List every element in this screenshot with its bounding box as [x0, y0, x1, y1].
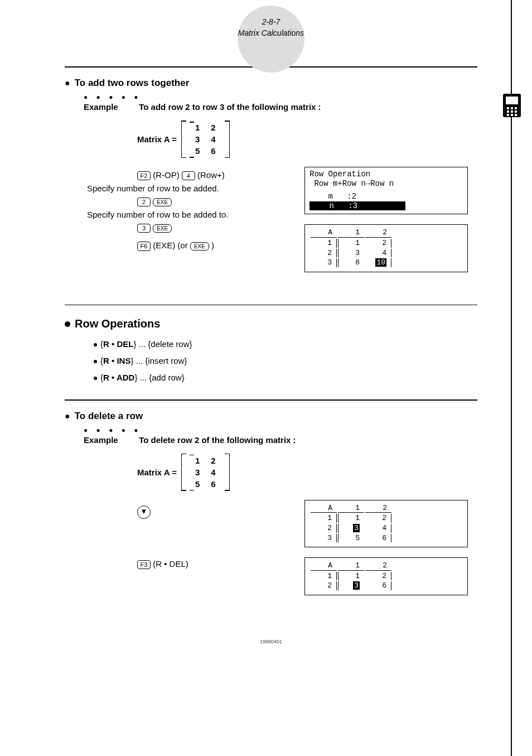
lcd-matrix-after: A12 112 236: [304, 557, 468, 595]
decorative-dots: ● ● ● ● ●: [84, 426, 477, 434]
down-arrow-key: ▼: [137, 505, 151, 519]
lcd-matrix-before: A12 112 234 356: [304, 500, 468, 547]
row-operations-title: Row Operations: [65, 317, 477, 330]
down-key-step: ▼: [137, 505, 304, 519]
footer-number: 19990401: [65, 639, 477, 644]
calculator-icon: [503, 94, 521, 117]
key-2: 2: [137, 198, 151, 206]
page-header: 2-8-7 Matrix Calculations: [65, 17, 477, 38]
section-add-rows-title: ● To add two rows together: [65, 78, 477, 89]
example-label: Example: [84, 435, 137, 445]
step-1: F2 (R-OP) 4 (Row+): [137, 170, 304, 180]
decorative-dots: ● ● ● ● ●: [84, 93, 477, 101]
page-ref: 2-8-7: [65, 17, 477, 28]
row-ops-list: {R • DEL} ... {delete row} {R • INS} ...…: [94, 336, 477, 386]
instruction-1: Specify number of row to be added.: [87, 184, 304, 193]
f2-key: F2: [137, 171, 151, 180]
exe-key: EXE: [153, 224, 172, 233]
step-3: 3 EXE: [137, 223, 304, 233]
key-4: 4: [182, 171, 195, 180]
exe-key: EXE: [153, 198, 172, 206]
lcd-result-matrix-1: A12 112 234 3810: [304, 224, 468, 272]
step-4: F6 (EXE) (or EXE ): [137, 240, 304, 251]
example-text: To delete row 2 of the following matrix …: [139, 435, 296, 445]
step-2: 2 EXE: [137, 196, 304, 206]
step-rdel: F3 (R • DEL): [137, 559, 304, 569]
key-3: 3: [137, 224, 151, 233]
section-delete-row-title: ● To delete a row: [65, 411, 477, 422]
example-text: To add row 2 to row 3 of the following m…: [139, 102, 321, 112]
matrix-a-2: Matrix A = 12 34 56: [137, 454, 477, 491]
matrix-a-1: Matrix A = 12 34 56: [137, 121, 477, 158]
lcd-row-operation: Row Operation Row m+Row n→Row n m :2 n :…: [304, 167, 468, 214]
page-title: Matrix Calculations: [65, 28, 477, 39]
f3-key: F3: [137, 560, 151, 569]
exe-key: EXE: [190, 242, 209, 251]
instruction-2: Specify number of row to be added to.: [87, 210, 304, 219]
f6-key: F6: [137, 242, 151, 251]
example-label: Example: [84, 102, 137, 112]
